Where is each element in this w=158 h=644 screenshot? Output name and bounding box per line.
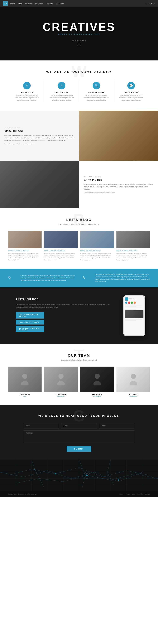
cta-text-1: Cum sociis natoque penatibus et magnis d… [21, 274, 76, 282]
team-member-3-photo [80, 366, 114, 392]
phone-field[interactable] [99, 423, 134, 428]
agency-section: W WE ARE AN AWESOME AGENCY ✎ FEATURE ONE… [0, 60, 158, 111]
phone-line-5 [125, 319, 141, 320]
footer-link-contact[interactable]: Contact [145, 493, 150, 495]
feature-4: 💬 FEATURE FOUR Aenean lacinia bibendum n… [114, 80, 148, 103]
team-member-2: LADY SANSA WebDesigner [44, 366, 78, 397]
scroll-chevron[interactable]: ⌄ [77, 42, 81, 46]
social-gplus[interactable]: g+ [150, 2, 152, 4]
footer-link-blog[interactable]: Blog [132, 493, 135, 495]
ph-icon-3 [131, 302, 133, 304]
post-1-image [79, 111, 158, 161]
blog-section: B LET'S BLOG We love clean design and ad… [0, 208, 158, 269]
team-subtitle: sales long tail influencer pitch release… [8, 359, 150, 361]
post-1-excerpt: Cum sociis natoque penatibus et magnis d… [5, 134, 74, 142]
navbar: CS Home Pages Features Extensions Tutori… [0, 0, 158, 7]
svg-point-25 [118, 480, 119, 481]
post-2-date: Jul 4, 2015 • In Coffee [84, 176, 153, 178]
post-1-content: Jan 4, 2016 • In Coffee AKITA INU DOG Cu… [0, 111, 79, 161]
feature-4-title: FEATURE FOUR [117, 91, 145, 93]
nav-home[interactable]: Home [10, 2, 15, 4]
team-section: T OUR TEAM sales long tail influencer pi… [0, 344, 158, 405]
ph-icon-4 [134, 302, 136, 304]
nav-contact[interactable]: Contact us [56, 2, 64, 4]
phone-line-3 [125, 308, 141, 308]
feature-2-title: FEATURE TWO [47, 91, 76, 93]
team-member-4-name: LADY SANSA [116, 394, 150, 395]
nav-logo[interactable]: CS [3, 1, 8, 6]
phone-line-1 [125, 305, 141, 306]
blog-card-3-title: FRESH SUMMER CAMPAIGN [80, 250, 114, 252]
blog-card-3-image [80, 231, 114, 248]
post-1-date: Jan 4, 2016 • In Coffee [5, 127, 74, 129]
svg-point-1 [21, 381, 29, 386]
team-member-2-photo [44, 366, 78, 392]
app-title: AKITA INU DOG [16, 298, 111, 301]
email-field[interactable] [61, 423, 97, 428]
app-btn-3[interactable]: DIFFERENT HEADERS & LAYOUT [16, 326, 44, 332]
feature-1-title: FEATURE ONE [13, 91, 41, 93]
form-row-1 [24, 423, 134, 428]
footer-link-portfolio[interactable]: Portfolio [137, 493, 143, 495]
blog-card-1-text: Cum sociis natoque penatibus et magnis d… [8, 253, 42, 261]
app-content: AKITA INU DOG Cum styles natoque penatib… [16, 298, 111, 333]
team-member-1-role: CEO [8, 396, 42, 397]
feature-1-icon: ✎ [23, 82, 31, 90]
blog-card-1-title: FRESH SUMMER CAMPAIGN [8, 250, 42, 252]
cta-icon-1: ✎ [8, 276, 14, 280]
message-field[interactable] [24, 430, 134, 443]
nav-extensions[interactable]: Extensions [35, 2, 44, 4]
hero-content: CREATIVES POWER BY PSDFREEBIES.COM Scrol… [43, 21, 116, 46]
blog-card-4-text: Cum sociis natoque penatibus et magnis d… [116, 253, 150, 261]
svg-point-5 [93, 381, 101, 386]
feature-2: ✎ FEATURE TWO Aenean lacinia bibendum nu… [44, 80, 79, 103]
submit-button[interactable]: SUBMIT [67, 446, 91, 452]
footer-link-home[interactable]: Home [119, 493, 123, 495]
footer-map [0, 460, 158, 491]
team-member-1: JOHN SNOW CEO [8, 366, 42, 397]
svg-point-24 [34, 470, 35, 470]
hero-title: CREATIVES [43, 21, 116, 32]
blog-card-1: FRESH SUMMER CAMPAIGN Cum sociis natoque… [8, 231, 42, 261]
post-2-title: AKITA INU DOG [84, 179, 153, 181]
team-member-2-name: LADY SANSA [44, 394, 78, 395]
blog-card-3: FRESH SUMMER CAMPAIGN Cum sociis natoque… [80, 231, 114, 261]
contact-form: SUBMIT [24, 423, 134, 452]
blog-card-1-image [8, 231, 42, 248]
svg-point-6 [131, 374, 136, 379]
app-section: AKITA INU DOG Cum styles natoque penatib… [0, 287, 158, 344]
ph-icon-2 [128, 302, 130, 304]
team-grid: JOHN SNOW CEO LADY SANSA WebDesigner [8, 366, 150, 397]
phone-screen: PSDfreebies [124, 296, 144, 335]
team-member-3-role: Photographer [80, 396, 114, 397]
app-btn-2[interactable]: HIGH QUALITY CODE [16, 320, 44, 324]
nav-features[interactable]: Features [25, 2, 32, 4]
blog-card-3-text: Cum sociis natoque penatibus et magnis d… [80, 253, 114, 261]
social-facebook[interactable]: f [146, 2, 146, 4]
team-title: OUR TEAM [8, 354, 150, 358]
app-mockup: PSDfreebies [118, 295, 150, 336]
footer-link-about[interactable]: About [126, 493, 130, 495]
social-twitter[interactable]: t [148, 2, 148, 4]
post-2-excerpt: Cum sociis natoque penatibus et magnis d… [84, 183, 153, 190]
nav-tutorials[interactable]: Tutorials [46, 2, 53, 4]
name-field[interactable] [24, 423, 59, 428]
post-1-grid: Jan 4, 2016 • In Coffee AKITA INU DOG Cu… [0, 111, 158, 161]
footer-copyright: © 2015 PSDfreebies.com. All rights reser… [8, 493, 37, 495]
phone-line-4 [125, 309, 136, 310]
feature-1: ✎ FEATURE ONE Aenean lacinia bibendum nu… [10, 80, 44, 103]
post-2-image [0, 161, 79, 208]
contact-title: WE'D LOVE TO HEAR ABOUT YOUR PROJECT. [16, 414, 142, 418]
footer-links: Home About Blog Portfolio Contact [119, 493, 150, 495]
feature-3: 🔍 FEATURE THREE Aenean lacinia bibendum … [79, 80, 114, 103]
social-linkedin[interactable]: in [153, 2, 155, 4]
nav-links: Home Pages Features Extensions Tutorials… [10, 2, 146, 4]
phone-logo-text: PSDfreebies [129, 298, 135, 300]
post-1-author: Lorem, ullamcorper nulla vitae magna Viv… [5, 143, 74, 144]
svg-point-4 [95, 374, 100, 379]
app-btn-1[interactable]: FULLY RESPONSIVE DESIGN [16, 312, 44, 318]
team-member-3: DAVID SMITH Photographer [80, 366, 114, 397]
feature-3-title: FEATURE THREE [82, 91, 111, 93]
blog-card-4-image [116, 231, 150, 248]
nav-pages[interactable]: Pages [18, 2, 22, 4]
